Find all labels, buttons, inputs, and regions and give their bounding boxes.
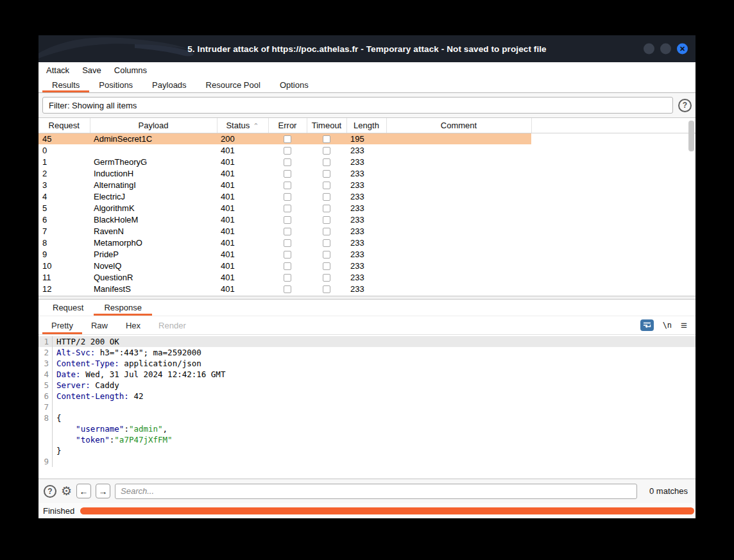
cell-payload: AdminSecret1C: [90, 133, 217, 144]
error-checkbox[interactable]: [284, 182, 291, 189]
minimize-button[interactable]: [644, 44, 654, 55]
column-header-error[interactable]: Error: [268, 118, 307, 133]
view-tab-raw[interactable]: Raw: [82, 316, 117, 334]
table-row[interactable]: 45AdminSecret1C200195: [38, 133, 696, 144]
timeout-checkbox[interactable]: [323, 182, 330, 189]
table-row[interactable]: 8MetamorphO401233: [38, 237, 696, 248]
search-next-button[interactable]: →: [96, 484, 110, 498]
tab-response[interactable]: Response: [94, 300, 152, 316]
attack-status-bar: Finished: [38, 503, 696, 518]
cell-filler: [531, 156, 696, 167]
vertical-scrollbar-thumb[interactable]: [688, 121, 694, 151]
error-checkbox[interactable]: [284, 285, 291, 293]
menu-item-attack[interactable]: Attack: [40, 65, 76, 75]
column-header-length[interactable]: Length: [346, 118, 386, 133]
code-line: 8{: [38, 412, 696, 423]
menu-item-save[interactable]: Save: [76, 65, 108, 75]
tab-options[interactable]: Options: [270, 78, 318, 92]
view-tab-pretty[interactable]: Pretty: [42, 316, 82, 334]
timeout-checkbox[interactable]: [323, 170, 330, 178]
table-row[interactable]: 11QuestionR401233: [38, 271, 696, 283]
cell-comment: [386, 283, 531, 294]
error-checkbox[interactable]: [284, 147, 291, 155]
timeout-checkbox[interactable]: [323, 251, 330, 259]
view-tab-render[interactable]: Render: [149, 316, 195, 334]
error-checkbox[interactable]: [284, 135, 291, 143]
error-checkbox[interactable]: [284, 251, 291, 259]
search-input[interactable]: [115, 484, 637, 499]
column-header-payload[interactable]: Payload: [90, 118, 217, 133]
error-checkbox[interactable]: [284, 262, 291, 270]
maximize-button[interactable]: [660, 44, 671, 55]
close-button[interactable]: ✕: [677, 44, 688, 55]
timeout-checkbox[interactable]: [323, 158, 330, 166]
timeout-checkbox[interactable]: [323, 205, 330, 212]
timeout-checkbox[interactable]: [323, 274, 330, 282]
cell-comment: [386, 191, 531, 202]
error-checkbox[interactable]: [284, 170, 291, 178]
newline-toggle-icon[interactable]: \n: [663, 321, 672, 330]
cell-comment: [386, 202, 531, 214]
response-editor[interactable]: 1HTTP/2 200 OK2Alt-Svc: h3=":443"; ma=25…: [38, 334, 696, 479]
table-row[interactable]: 3AlternatingI401233: [38, 179, 696, 191]
table-row[interactable]: 7RavenN401233: [38, 225, 696, 237]
table-row[interactable]: 6BlackHoleM401233: [38, 214, 696, 225]
timeout-checkbox[interactable]: [323, 239, 330, 247]
tab-results[interactable]: Results: [42, 78, 89, 92]
cell-status: 401: [217, 248, 268, 260]
table-row[interactable]: 1GermTheoryG401233: [38, 156, 696, 167]
table-row[interactable]: 2InductionH401233: [38, 167, 696, 179]
table-row[interactable]: 5AlgorithmK401233: [38, 202, 696, 214]
timeout-checkbox[interactable]: [323, 216, 330, 224]
tab-positions[interactable]: Positions: [89, 78, 142, 92]
error-checkbox[interactable]: [284, 216, 291, 224]
timeout-checkbox[interactable]: [323, 228, 330, 235]
column-header-request[interactable]: Request: [38, 118, 90, 133]
cell-payload: NovelQ: [90, 260, 217, 271]
cell-status: 401: [217, 156, 268, 167]
tab-request[interactable]: Request: [42, 300, 94, 316]
table-row[interactable]: 9PrideP401233: [38, 248, 696, 260]
cell-length: 233: [346, 271, 386, 283]
error-checkbox[interactable]: [284, 274, 291, 282]
cell-request: 45: [38, 133, 90, 144]
error-checkbox[interactable]: [284, 228, 291, 235]
cell-comment: [386, 260, 531, 271]
editor-menu-icon[interactable]: ≡: [681, 320, 687, 331]
column-header-status[interactable]: Status⌃: [217, 118, 268, 133]
timeout-checkbox[interactable]: [323, 135, 330, 143]
error-checkbox[interactable]: [284, 205, 291, 212]
filter-input[interactable]: Filter: Showing all items: [42, 97, 673, 114]
timeout-checkbox[interactable]: [323, 285, 330, 293]
pretty-print-toggle-button[interactable]: [640, 319, 654, 331]
error-checkbox[interactable]: [284, 158, 291, 166]
cell-request: 7: [38, 225, 90, 237]
cell-length: 233: [346, 191, 386, 202]
menu-item-columns[interactable]: Columns: [108, 65, 153, 75]
table-row[interactable]: 4ElectricJ401233: [38, 191, 696, 202]
table-row[interactable]: 10NovelQ401233: [38, 260, 696, 271]
cell-status: 401: [217, 283, 268, 294]
tab-payloads[interactable]: Payloads: [142, 78, 196, 92]
line-number: [38, 434, 53, 445]
timeout-checkbox[interactable]: [323, 147, 330, 155]
cell-comment: [386, 225, 531, 237]
search-help-icon[interactable]: ?: [44, 485, 56, 498]
view-tab-hex[interactable]: Hex: [117, 316, 149, 334]
table-row[interactable]: 12ManifestS401233: [38, 283, 696, 294]
filter-help-icon[interactable]: ?: [678, 99, 692, 112]
error-checkbox[interactable]: [284, 193, 291, 201]
cell-request: 2: [38, 167, 90, 179]
column-header-comment[interactable]: Comment: [386, 118, 531, 133]
timeout-checkbox[interactable]: [323, 193, 330, 201]
code-line: 5Server: Caddy: [38, 380, 696, 391]
table-row[interactable]: 0401233: [38, 144, 696, 156]
cell-request: 12: [38, 283, 90, 294]
search-previous-button[interactable]: ←: [76, 484, 91, 498]
cell-status: 401: [217, 271, 268, 283]
search-settings-gear-icon[interactable]: ⚙: [61, 485, 72, 497]
tab-resource-pool[interactable]: Resource Pool: [196, 78, 270, 92]
error-checkbox[interactable]: [284, 239, 291, 247]
column-header-timeout[interactable]: Timeout: [307, 118, 346, 133]
timeout-checkbox[interactable]: [323, 262, 330, 270]
